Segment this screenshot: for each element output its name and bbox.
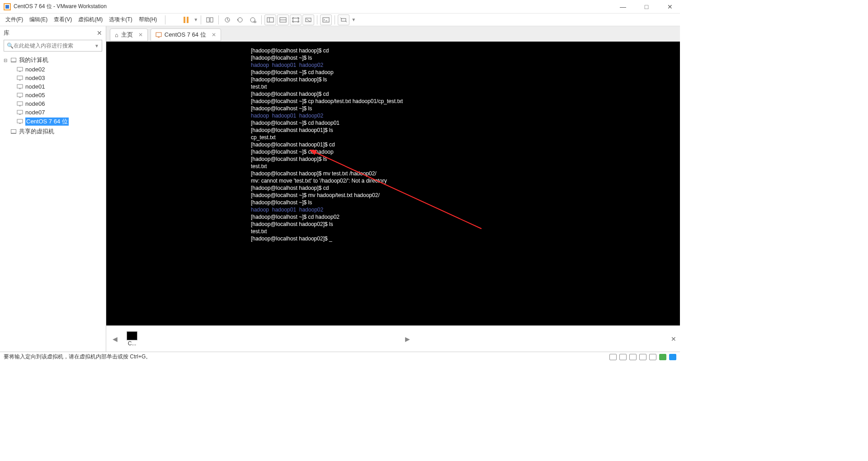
svg-rect-7 bbox=[254, 21, 256, 23]
sidebar-item-node05[interactable]: node05 bbox=[4, 91, 102, 99]
tab-centos[interactable]: CentOS 7 64 位 ✕ bbox=[151, 28, 221, 41]
prev-thumb-button[interactable]: ◀ bbox=[110, 335, 120, 343]
terminal-line: [hadoop@localhost ~]$ cd hadoop bbox=[251, 69, 680, 76]
tree-root-my-computer[interactable]: ⊟ 我的计算机 bbox=[4, 55, 102, 65]
search-box[interactable]: 🔍 ▼ bbox=[4, 40, 102, 52]
chevron-down-icon[interactable]: ▼ bbox=[94, 43, 99, 48]
svg-rect-21 bbox=[17, 85, 23, 88]
svg-rect-17 bbox=[17, 67, 23, 71]
svg-rect-13 bbox=[306, 18, 311, 22]
svg-rect-24 bbox=[19, 97, 21, 98]
terminal-line: hadoop hadoop01 hadoop02 bbox=[251, 112, 680, 119]
terminal-line: test.txt bbox=[251, 83, 680, 90]
svg-rect-22 bbox=[19, 89, 21, 89]
device-hdd-icon[interactable] bbox=[609, 354, 617, 360]
svg-rect-23 bbox=[17, 93, 23, 97]
close-sidebar-button[interactable]: ✕ bbox=[97, 29, 102, 37]
sidebar: 库 ✕ 🔍 ▼ ⊟ 我的计算机 node02node03node01node05… bbox=[0, 26, 106, 352]
sidebar-item-node07[interactable]: node07 bbox=[4, 108, 102, 117]
sidebar-item-node01[interactable]: node01 bbox=[4, 82, 102, 91]
chevron-down-icon[interactable]: ▼ bbox=[351, 17, 356, 22]
status-text: 要将输入定向到该虚拟机，请在虚拟机内部单击或按 Ctrl+G。 bbox=[4, 353, 151, 361]
tab-bar: ⌂ 主页 ✕ CentOS 7 64 位 ✕ bbox=[106, 26, 680, 42]
sidebar-item-label: node07 bbox=[25, 109, 45, 116]
close-thumbstrip-button[interactable]: ✕ bbox=[671, 335, 676, 343]
close-icon[interactable]: ✕ bbox=[212, 32, 216, 38]
close-button[interactable]: ✕ bbox=[664, 3, 676, 10]
vm-icon bbox=[16, 109, 24, 116]
device-sound-icon[interactable] bbox=[659, 354, 666, 360]
terminal-line: [hadoop@localhost hadoop]$ cd bbox=[251, 90, 680, 98]
menu-tabs[interactable]: 选项卡(T) bbox=[109, 16, 132, 24]
menu-vm[interactable]: 虚拟机(M) bbox=[78, 16, 103, 24]
statusbar: 要将输入定向到该虚拟机，请在虚拟机内部单击或按 Ctrl+G。 bbox=[0, 352, 680, 362]
device-usb-icon[interactable] bbox=[639, 354, 646, 360]
snapshot-revert-button[interactable] bbox=[234, 14, 246, 25]
thumbnail[interactable]: C... bbox=[123, 331, 141, 347]
terminal-line: [hadoop@localhost hadoop01]$ ls bbox=[251, 127, 680, 134]
snapshot-manager-button[interactable] bbox=[247, 14, 259, 25]
vm-icon bbox=[156, 32, 162, 38]
menu-view[interactable]: 查看(V) bbox=[54, 16, 72, 24]
chevron-down-icon[interactable]: ▼ bbox=[193, 17, 198, 22]
send-button[interactable] bbox=[204, 14, 216, 25]
sidebar-item-label: node02 bbox=[25, 66, 45, 73]
svg-rect-26 bbox=[19, 106, 21, 106]
terminal-line: [hadoop@localhost hadoop02]$ _ bbox=[251, 235, 680, 242]
svg-rect-20 bbox=[19, 80, 21, 80]
sidebar-title: 库 bbox=[4, 29, 9, 37]
svg-rect-15 bbox=[323, 18, 329, 22]
minimize-button[interactable]: — bbox=[617, 3, 629, 10]
terminal-line: [hadoop@localhost hadoop]$ mv test.txt /… bbox=[251, 170, 680, 177]
sidebar-item-node06[interactable]: node06 bbox=[4, 99, 102, 108]
terminal-line: hadoop hadoop01 hadoop02 bbox=[251, 61, 680, 69]
terminal-line: [hadoop@localhost hadoop01]$ cd bbox=[251, 141, 680, 148]
svg-rect-30 bbox=[19, 123, 21, 124]
menu-help[interactable]: 帮助(H) bbox=[139, 16, 157, 24]
terminal-line: [hadoop@localhost ~]$ cd hadoop bbox=[251, 148, 680, 155]
tab-home[interactable]: ⌂ 主页 ✕ bbox=[110, 28, 148, 41]
terminal-line: [hadoop@localhost hadoop]$ cd bbox=[251, 47, 680, 54]
terminal-line: [hadoop@localhost hadoop]$ ls bbox=[251, 76, 680, 83]
svg-rect-31 bbox=[156, 33, 161, 37]
terminal-line: [hadoop@localhost ~]$ ls bbox=[251, 105, 680, 112]
fullscreen-button[interactable] bbox=[290, 14, 302, 25]
unity-button[interactable] bbox=[302, 14, 314, 25]
next-thumb-button[interactable]: ▶ bbox=[402, 335, 413, 343]
tree-root-shared[interactable]: 共享的虚拟机 bbox=[4, 127, 102, 136]
terminal-line: [hadoop@localhost ~]$ ls bbox=[251, 199, 680, 206]
monitor-icon bbox=[10, 128, 17, 135]
terminal-view[interactable]: [hadoop@localhost hadoop]$ cd[hadoop@loc… bbox=[106, 42, 680, 325]
view-single-button[interactable] bbox=[264, 14, 276, 25]
snapshot-button[interactable] bbox=[222, 14, 233, 25]
device-display-icon[interactable] bbox=[669, 354, 676, 360]
tab-label: 主页 bbox=[121, 31, 133, 39]
sidebar-item-CentOS-7-64-位[interactable]: CentOS 7 64 位 bbox=[4, 117, 102, 127]
close-icon[interactable]: ✕ bbox=[138, 32, 143, 38]
svg-rect-28 bbox=[19, 114, 21, 115]
svg-rect-16 bbox=[341, 19, 346, 21]
svg-line-14 bbox=[307, 19, 310, 22]
device-cd-icon[interactable] bbox=[619, 354, 627, 360]
sidebar-item-node03[interactable]: node03 bbox=[4, 74, 102, 82]
monitor-icon bbox=[10, 57, 17, 63]
maximize-button[interactable]: □ bbox=[640, 3, 653, 10]
terminal-line: [hadoop@localhost ~]$ cd hadoop02 bbox=[251, 213, 680, 221]
pause-button[interactable] bbox=[180, 14, 192, 25]
sidebar-item-node02[interactable]: node02 bbox=[4, 65, 102, 74]
device-printer-icon[interactable] bbox=[649, 354, 656, 360]
vm-icon bbox=[16, 66, 24, 73]
home-icon: ⌂ bbox=[115, 32, 118, 38]
svg-rect-29 bbox=[17, 119, 23, 123]
stretch-button[interactable] bbox=[338, 14, 349, 25]
terminal-line: test.txt bbox=[251, 163, 680, 170]
search-input[interactable] bbox=[14, 42, 92, 49]
terminal-line: [hadoop@localhost hadoop]$ cd bbox=[251, 184, 680, 192]
console-button[interactable] bbox=[320, 14, 332, 25]
menu-edit[interactable]: 编辑(E) bbox=[29, 16, 47, 24]
device-network-icon[interactable] bbox=[629, 354, 637, 360]
svg-rect-12 bbox=[293, 18, 298, 22]
view-tiled-button[interactable] bbox=[277, 14, 289, 25]
vm-icon bbox=[16, 101, 24, 107]
menu-file[interactable]: 文件(F) bbox=[5, 16, 23, 24]
